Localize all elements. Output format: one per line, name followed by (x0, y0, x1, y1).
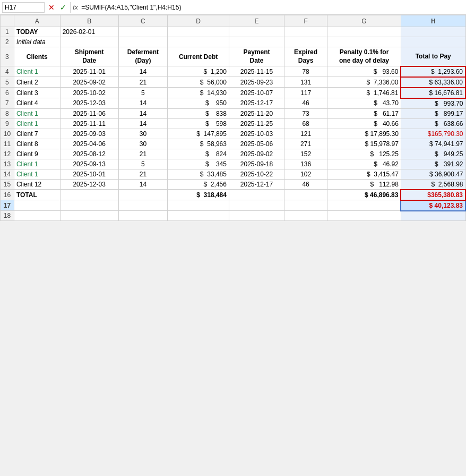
cell-c4[interactable]: 14 (118, 66, 168, 77)
cell-g13[interactable]: $ 46.92 (327, 159, 401, 169)
cell-h5[interactable]: $ 63,336.00 (401, 77, 465, 88)
cell-b1[interactable]: 2026-02-01 (60, 27, 118, 37)
cell-h8[interactable]: $ 899.17 (401, 108, 465, 118)
cell-e13[interactable]: 2025-09-18 (229, 159, 284, 169)
cell-g5[interactable]: $ 7,336.00 (327, 77, 401, 88)
formula-input[interactable] (81, 4, 464, 11)
cell-h14[interactable]: $ 36,900.47 (401, 169, 465, 179)
cell-a6[interactable]: Client 3 (14, 88, 60, 98)
col-header-h[interactable]: H (401, 15, 465, 27)
cell-d9[interactable]: $ 598 (168, 118, 229, 129)
cell-e4[interactable]: 2025-11-15 (229, 66, 284, 77)
cell-b10[interactable]: 2025-09-03 (60, 129, 118, 139)
cell-g10[interactable]: $ 17,895.30 (327, 129, 401, 139)
cell-a9[interactable]: Client 1 (14, 118, 60, 129)
cell-g14[interactable]: $ 3,415.47 (327, 169, 401, 179)
cell-g6[interactable]: $ 1,746.81 (327, 88, 401, 98)
cell-f4[interactable]: 78 (284, 66, 327, 77)
cell-h7[interactable]: $ 993.70 (401, 98, 465, 109)
cell-c13[interactable]: 5 (118, 159, 168, 169)
cancel-formula-icon[interactable]: ✕ (47, 3, 56, 12)
cell-e6[interactable]: 2025-10-07 (229, 88, 284, 98)
cell-e12[interactable]: 2025-09-02 (229, 149, 284, 159)
cell-g12[interactable]: $ 125.25 (327, 149, 401, 159)
cell-a4[interactable]: Client 1 (14, 66, 60, 77)
cell-a10[interactable]: Client 7 (14, 129, 60, 139)
cell-b8[interactable]: 2025-11-06 (60, 108, 118, 118)
cell-f12[interactable]: 152 (284, 149, 327, 159)
cell-f15[interactable]: 46 (284, 179, 327, 190)
cell-h11[interactable]: $ 74,941.97 (401, 139, 465, 149)
confirm-formula-icon[interactable]: ✓ (58, 3, 68, 12)
cell-a13[interactable]: Client 1 (14, 159, 60, 169)
cell-d7[interactable]: $ 950 (168, 98, 229, 109)
cell-g8[interactable]: $ 61.17 (327, 108, 401, 118)
cell-c14[interactable]: 21 (118, 169, 168, 179)
cell-c11[interactable]: 30 (118, 139, 168, 149)
col-header-d[interactable]: D (168, 15, 229, 27)
cell-c12[interactable]: 21 (118, 149, 168, 159)
cell-f14[interactable]: 102 (284, 169, 327, 179)
cell-h17[interactable]: $ 40,123.83 (401, 200, 465, 211)
cell-f13[interactable]: 136 (284, 159, 327, 169)
cell-a11[interactable]: Client 8 (14, 139, 60, 149)
cell-b12[interactable]: 2025-08-12 (60, 149, 118, 159)
cell-b15[interactable]: 2025-12-03 (60, 179, 118, 190)
cell-g4[interactable]: $ 93.60 (327, 66, 401, 77)
cell-c8[interactable]: 14 (118, 108, 168, 118)
cell-h13[interactable]: $ 391.92 (401, 159, 465, 169)
cell-f10[interactable]: 121 (284, 129, 327, 139)
cell-d14[interactable]: $ 33,485 (168, 169, 229, 179)
cell-e5[interactable]: 2025-09-23 (229, 77, 284, 88)
cell-b9[interactable]: 2025-11-11 (60, 118, 118, 129)
cell-b6[interactable]: 2025-10-02 (60, 88, 118, 98)
cell-b4[interactable]: 2025-11-01 (60, 66, 118, 77)
cell-e11[interactable]: 2025-05-06 (229, 139, 284, 149)
cell-d10[interactable]: $ 147,895 (168, 129, 229, 139)
cell-e10[interactable]: 2025-10-03 (229, 129, 284, 139)
cell-h9[interactable]: $ 638.66 (401, 118, 465, 129)
cell-b11[interactable]: 2025-04-06 (60, 139, 118, 149)
cell-h6[interactable]: $ 16,676.81 (401, 88, 465, 98)
cell-d15[interactable]: $ 2,456 (168, 179, 229, 190)
cell-d13[interactable]: $ 345 (168, 159, 229, 169)
cell-g11[interactable]: $ 15,978.97 (327, 139, 401, 149)
col-header-e[interactable]: E (229, 15, 284, 27)
cell-d12[interactable]: $ 824 (168, 149, 229, 159)
cell-b13[interactable]: 2025-09-13 (60, 159, 118, 169)
cell-a7[interactable]: Client 4 (14, 98, 60, 109)
cell-h12[interactable]: $ 949.25 (401, 149, 465, 159)
cell-e15[interactable]: 2025-12-17 (229, 179, 284, 190)
cell-a2[interactable]: Initial data (14, 37, 60, 47)
cell-h4[interactable]: $ 1,293.60 (401, 66, 465, 77)
cell-e9[interactable]: 2025-11-25 (229, 118, 284, 129)
cell-a14[interactable]: Client 1 (14, 169, 60, 179)
cell-f5[interactable]: 131 (284, 77, 327, 88)
cell-e7[interactable]: 2025-12-17 (229, 98, 284, 109)
col-header-g[interactable]: G (327, 15, 401, 27)
cell-c15[interactable]: 14 (118, 179, 168, 190)
cell-b14[interactable]: 2025-10-01 (60, 169, 118, 179)
cell-c6[interactable]: 5 (118, 88, 168, 98)
col-header-a[interactable]: A (14, 15, 60, 27)
cell-f11[interactable]: 271 (284, 139, 327, 149)
cell-e14[interactable]: 2025-10-22 (229, 169, 284, 179)
cell-f8[interactable]: 73 (284, 108, 327, 118)
cell-e8[interactable]: 2025-11-20 (229, 108, 284, 118)
cell-b5[interactable]: 2025-09-02 (60, 77, 118, 88)
col-header-b[interactable]: B (60, 15, 118, 27)
cell-d6[interactable]: $ 14,930 (168, 88, 229, 98)
cell-c5[interactable]: 21 (118, 77, 168, 88)
cell-b7[interactable]: 2025-12-03 (60, 98, 118, 109)
cell-d8[interactable]: $ 838 (168, 108, 229, 118)
cell-d4[interactable]: $ 1,200 (168, 66, 229, 77)
cell-a12[interactable]: Client 9 (14, 149, 60, 159)
cell-f6[interactable]: 117 (284, 88, 327, 98)
cell-g15[interactable]: $ 112.98 (327, 179, 401, 190)
cell-g7[interactable]: $ 43.70 (327, 98, 401, 109)
cell-d11[interactable]: $ 58,963 (168, 139, 229, 149)
cell-f7[interactable]: 46 (284, 98, 327, 109)
cell-c10[interactable]: 30 (118, 129, 168, 139)
cell-a8[interactable]: Client 1 (14, 108, 60, 118)
cell-c7[interactable]: 14 (118, 98, 168, 109)
